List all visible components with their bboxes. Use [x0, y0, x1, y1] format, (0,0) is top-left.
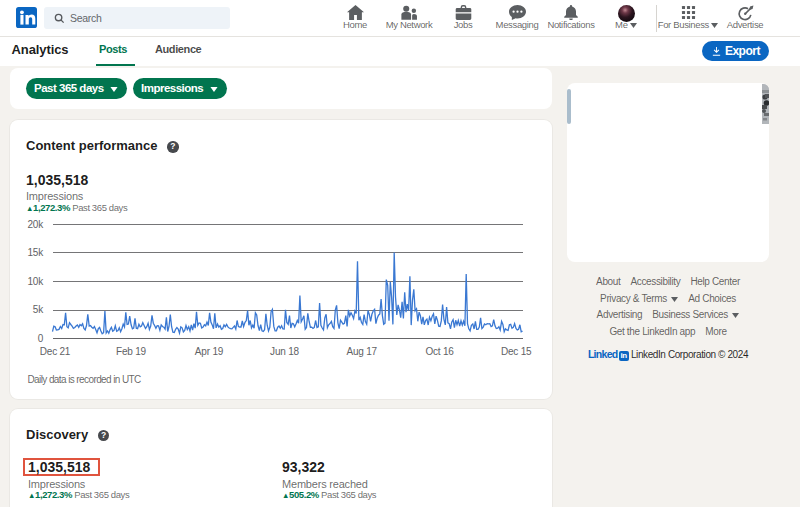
svg-text:Oct 16: Oct 16 — [425, 346, 454, 357]
svg-text:10k: 10k — [27, 276, 44, 287]
svg-text:Dec 15: Dec 15 — [501, 346, 532, 357]
svg-text:Feb 19: Feb 19 — [116, 346, 147, 357]
svg-text:20k: 20k — [27, 219, 44, 230]
svg-text:Aug 17: Aug 17 — [346, 346, 377, 357]
svg-text:15k: 15k — [27, 247, 44, 258]
svg-text:Jun 18: Jun 18 — [270, 346, 299, 357]
svg-text:Dec 21: Dec 21 — [40, 346, 71, 357]
svg-text:5k: 5k — [33, 304, 44, 315]
svg-text:Apr 19: Apr 19 — [195, 346, 224, 357]
svg-text:0: 0 — [38, 333, 44, 344]
